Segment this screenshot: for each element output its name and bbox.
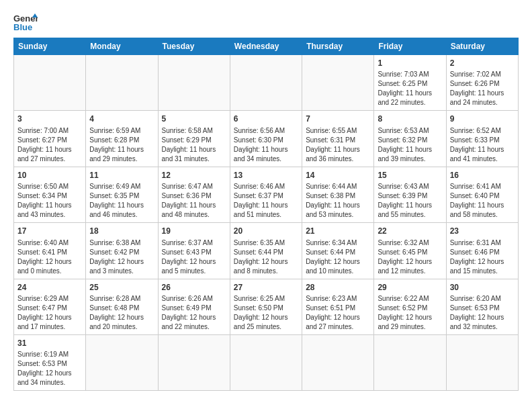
calendar-day-cell: 18Sunrise: 6:38 AM Sunset: 6:42 PM Dayli… [86, 223, 158, 279]
weekday-header-saturday: Saturday [446, 38, 518, 55]
day-number: 9 [450, 113, 515, 125]
calendar-day-cell [302, 55, 374, 111]
day-info: Sunrise: 6:49 AM Sunset: 6:35 PM Dayligh… [89, 182, 154, 220]
calendar-day-cell: 26Sunrise: 6:26 AM Sunset: 6:49 PM Dayli… [158, 279, 230, 334]
calendar-day-cell: 22Sunrise: 6:32 AM Sunset: 6:45 PM Dayli… [374, 223, 446, 279]
weekday-header-sunday: Sunday [14, 38, 86, 55]
day-number: 5 [162, 113, 226, 125]
day-number: 17 [17, 226, 82, 237]
calendar-day-cell: 27Sunrise: 6:25 AM Sunset: 6:50 PM Dayli… [230, 279, 302, 334]
day-number: 30 [450, 282, 515, 293]
calendar-day-cell: 16Sunrise: 6:41 AM Sunset: 6:40 PM Dayli… [446, 167, 518, 222]
day-info: Sunrise: 6:44 AM Sunset: 6:38 PM Dayligh… [306, 182, 370, 220]
day-info: Sunrise: 7:00 AM Sunset: 6:27 PM Dayligh… [17, 126, 82, 164]
calendar-day-cell: 25Sunrise: 6:28 AM Sunset: 6:48 PM Dayli… [86, 279, 158, 334]
day-number: 23 [450, 226, 515, 237]
calendar-day-cell: 15Sunrise: 6:43 AM Sunset: 6:39 PM Dayli… [374, 167, 446, 222]
logo-icon: General Blue [13, 12, 38, 32]
day-number: 20 [234, 226, 298, 237]
calendar-week-row: 1Sunrise: 7:03 AM Sunset: 6:25 PM Daylig… [14, 55, 519, 111]
calendar-day-cell: 5Sunrise: 6:58 AM Sunset: 6:29 PM Daylig… [158, 111, 230, 167]
weekday-header-row: SundayMondayTuesdayWednesdayThursdayFrid… [14, 38, 519, 55]
calendar-day-cell [86, 55, 158, 111]
day-number: 28 [306, 282, 370, 293]
calendar-day-cell [158, 334, 230, 390]
day-info: Sunrise: 6:35 AM Sunset: 6:44 PM Dayligh… [234, 238, 298, 276]
day-number: 10 [17, 170, 82, 181]
day-info: Sunrise: 6:20 AM Sunset: 6:53 PM Dayligh… [450, 294, 515, 332]
day-info: Sunrise: 6:32 AM Sunset: 6:45 PM Dayligh… [378, 238, 442, 276]
day-info: Sunrise: 6:31 AM Sunset: 6:46 PM Dayligh… [450, 238, 515, 276]
calendar-day-cell [14, 55, 86, 111]
calendar-page: General Blue SundayMondayTuesdayWednesda… [0, 0, 532, 399]
day-number: 2 [450, 58, 515, 69]
calendar-day-cell: 1Sunrise: 7:03 AM Sunset: 6:25 PM Daylig… [374, 55, 446, 111]
day-info: Sunrise: 6:41 AM Sunset: 6:40 PM Dayligh… [450, 182, 515, 220]
calendar-table: SundayMondayTuesdayWednesdayThursdayFrid… [13, 38, 519, 391]
calendar-day-cell: 24Sunrise: 6:29 AM Sunset: 6:47 PM Dayli… [14, 279, 86, 334]
day-info: Sunrise: 7:02 AM Sunset: 6:26 PM Dayligh… [450, 70, 515, 107]
calendar-day-cell: 8Sunrise: 6:53 AM Sunset: 6:32 PM Daylig… [374, 111, 446, 167]
day-number: 6 [234, 113, 298, 125]
calendar-day-cell: 9Sunrise: 6:52 AM Sunset: 6:33 PM Daylig… [446, 111, 518, 167]
calendar-day-cell: 3Sunrise: 7:00 AM Sunset: 6:27 PM Daylig… [14, 111, 86, 167]
day-info: Sunrise: 6:43 AM Sunset: 6:39 PM Dayligh… [378, 182, 442, 220]
day-number: 25 [89, 282, 154, 293]
day-number: 29 [378, 282, 442, 293]
day-info: Sunrise: 6:52 AM Sunset: 6:33 PM Dayligh… [450, 126, 515, 164]
day-number: 8 [378, 113, 442, 125]
calendar-week-row: 3Sunrise: 7:00 AM Sunset: 6:27 PM Daylig… [14, 111, 519, 167]
day-number: 16 [450, 170, 515, 181]
day-info: Sunrise: 6:23 AM Sunset: 6:51 PM Dayligh… [306, 294, 370, 332]
day-info: Sunrise: 6:37 AM Sunset: 6:43 PM Dayligh… [162, 238, 226, 276]
day-info: Sunrise: 6:22 AM Sunset: 6:52 PM Dayligh… [378, 294, 442, 332]
calendar-day-cell: 6Sunrise: 6:56 AM Sunset: 6:30 PM Daylig… [230, 111, 302, 167]
day-info: Sunrise: 6:56 AM Sunset: 6:30 PM Dayligh… [234, 126, 298, 164]
day-number: 12 [162, 170, 226, 181]
weekday-header-friday: Friday [374, 38, 446, 55]
calendar-day-cell: 21Sunrise: 6:34 AM Sunset: 6:44 PM Dayli… [302, 223, 374, 279]
calendar-day-cell: 17Sunrise: 6:40 AM Sunset: 6:41 PM Dayli… [14, 223, 86, 279]
calendar-day-cell: 20Sunrise: 6:35 AM Sunset: 6:44 PM Dayli… [230, 223, 302, 279]
calendar-day-cell: 10Sunrise: 6:50 AM Sunset: 6:34 PM Dayli… [14, 167, 86, 222]
day-info: Sunrise: 6:38 AM Sunset: 6:42 PM Dayligh… [89, 238, 154, 276]
calendar-day-cell: 30Sunrise: 6:20 AM Sunset: 6:53 PM Dayli… [446, 279, 518, 334]
weekday-header-thursday: Thursday [302, 38, 374, 55]
day-number: 24 [17, 282, 82, 293]
calendar-day-cell: 13Sunrise: 6:46 AM Sunset: 6:37 PM Dayli… [230, 167, 302, 222]
header: General Blue [13, 12, 519, 32]
day-info: Sunrise: 6:26 AM Sunset: 6:49 PM Dayligh… [162, 294, 226, 332]
svg-text:Blue: Blue [13, 22, 32, 32]
weekday-header-monday: Monday [86, 38, 158, 55]
calendar-day-cell: 31Sunrise: 6:19 AM Sunset: 6:53 PM Dayli… [14, 334, 86, 390]
calendar-day-cell: 2Sunrise: 7:02 AM Sunset: 6:26 PM Daylig… [446, 55, 518, 111]
day-info: Sunrise: 7:03 AM Sunset: 6:25 PM Dayligh… [378, 70, 442, 107]
calendar-day-cell [230, 55, 302, 111]
day-number: 19 [162, 226, 226, 237]
day-number: 1 [378, 58, 442, 69]
day-info: Sunrise: 6:53 AM Sunset: 6:32 PM Dayligh… [378, 126, 442, 164]
calendar-day-cell: 19Sunrise: 6:37 AM Sunset: 6:43 PM Dayli… [158, 223, 230, 279]
calendar-week-row: 17Sunrise: 6:40 AM Sunset: 6:41 PM Dayli… [14, 223, 519, 279]
day-number: 21 [306, 226, 370, 237]
calendar-day-cell [374, 334, 446, 390]
day-number: 27 [234, 282, 298, 293]
calendar-day-cell: 12Sunrise: 6:47 AM Sunset: 6:36 PM Dayli… [158, 167, 230, 222]
day-number: 15 [378, 170, 442, 181]
day-number: 11 [89, 170, 154, 181]
day-info: Sunrise: 6:59 AM Sunset: 6:28 PM Dayligh… [89, 126, 154, 164]
day-info: Sunrise: 6:40 AM Sunset: 6:41 PM Dayligh… [17, 238, 82, 276]
day-number: 14 [306, 170, 370, 181]
day-number: 31 [17, 338, 82, 349]
calendar-day-cell: 4Sunrise: 6:59 AM Sunset: 6:28 PM Daylig… [86, 111, 158, 167]
logo: General Blue [13, 12, 38, 32]
day-number: 4 [89, 113, 154, 125]
calendar-day-cell: 11Sunrise: 6:49 AM Sunset: 6:35 PM Dayli… [86, 167, 158, 222]
day-info: Sunrise: 6:29 AM Sunset: 6:47 PM Dayligh… [17, 294, 82, 332]
day-number: 7 [306, 113, 370, 125]
day-number: 18 [89, 226, 154, 237]
day-number: 22 [378, 226, 442, 237]
calendar-day-cell: 23Sunrise: 6:31 AM Sunset: 6:46 PM Dayli… [446, 223, 518, 279]
weekday-header-tuesday: Tuesday [158, 38, 230, 55]
day-info: Sunrise: 6:34 AM Sunset: 6:44 PM Dayligh… [306, 238, 370, 276]
